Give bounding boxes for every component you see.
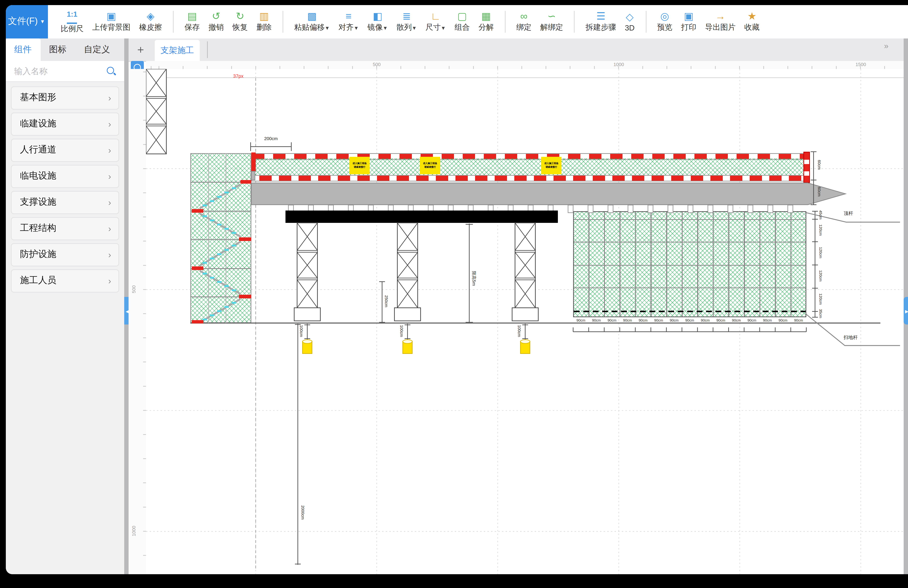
chevron-right-icon: › xyxy=(108,93,118,103)
toolbar-label: 3D xyxy=(625,23,635,32)
wall-chain-dim: 35cm xyxy=(819,303,823,325)
toolbar-ungroup-button[interactable]: ▦分解 xyxy=(478,10,494,33)
collapse-panel-handle[interactable]: ▶ xyxy=(904,297,908,325)
toolbar-export-image-button[interactable]: →导出图片 xyxy=(705,10,736,33)
sidebar-item-人行通道[interactable]: 人行通道› xyxy=(11,138,119,162)
chevron-down-icon: ▼ xyxy=(383,26,388,31)
sidebar-item-临建设施[interactable]: 临建设施› xyxy=(11,112,119,135)
toolbar-upload-background-button[interactable]: ▣上传背景图 xyxy=(92,10,130,33)
dim-60cm: 60cm xyxy=(817,181,821,202)
sidebar-tab-自定义[interactable]: 自定义 xyxy=(75,38,119,61)
ruler-number: 1000 xyxy=(131,520,136,542)
clearance-label: 限高5m xyxy=(470,268,477,289)
column-plinths xyxy=(294,308,538,321)
paste-offset-icon: ▩ xyxy=(307,10,317,22)
sidebar-tab-组件[interactable]: 组件 xyxy=(5,38,40,61)
toolbar-separator xyxy=(646,11,646,32)
toolbar-favorite-button[interactable]: ★收藏 xyxy=(744,10,760,33)
toolbar-label: 比例尺 xyxy=(61,24,84,34)
toolbar-label: 散列▼ xyxy=(396,22,417,33)
undo-icon: ↺ xyxy=(212,10,221,22)
save-icon: ▤ xyxy=(187,10,197,22)
bay-dim: 90cm xyxy=(651,318,667,322)
toolbar-mirror-button[interactable]: ◧镜像▼ xyxy=(367,10,388,33)
bay-dim: 90cm xyxy=(589,318,604,322)
canvas-zone: ＋ 支架施工 » 50010001500 5001000 进入施工现场请减速慢行… xyxy=(129,38,904,574)
tabbar-collapse-icon[interactable]: » xyxy=(884,41,889,50)
chevron-down-icon: ▼ xyxy=(354,26,359,31)
sidebar-item-支撑设施[interactable]: 支撑设施› xyxy=(11,191,119,214)
drawing-canvas[interactable]: 进入施工现场请减速慢行进入施工现场请减速慢行进入施工现场请减速慢行 xyxy=(146,69,904,574)
dim-100cm-lines xyxy=(304,324,528,340)
toolbar-save-button[interactable]: ▤保存 xyxy=(185,10,200,33)
ruler-horizontal[interactable]: 50010001500 xyxy=(146,61,904,70)
scatter-icon: ≣ xyxy=(402,10,411,22)
upload-background-icon: ▣ xyxy=(106,10,116,22)
bay-dim: 90cm xyxy=(744,318,760,322)
bay-dim: 90cm xyxy=(775,318,791,322)
add-tab-button[interactable]: ＋ xyxy=(135,42,146,56)
toolbar-three-d-button[interactable]: ◇3D xyxy=(625,11,635,32)
sidebar-item-防护设施[interactable]: 防护设施› xyxy=(11,243,119,266)
bay-dim: 90cm xyxy=(620,318,636,322)
bay-dim: 90cm xyxy=(791,318,806,322)
category-label: 施工人员 xyxy=(11,275,108,287)
toolbar-dimension-button[interactable]: ∟尺寸▼ xyxy=(425,10,446,33)
bay-dim: 90cm xyxy=(635,318,651,322)
toolbar-scatter-button[interactable]: ≣散列▼ xyxy=(396,10,417,33)
dim-2000cm: 2000cm xyxy=(301,500,305,525)
toolbar-label: 拆建步骤 xyxy=(586,22,616,33)
toolbar-bind-button[interactable]: ∞绑定 xyxy=(516,10,531,33)
sidebar-item-施工人员[interactable]: 施工人员› xyxy=(11,269,119,292)
align-icon: ≡ xyxy=(346,10,352,22)
sidebar: 组件图标自定义 输入名称 基本图形›临建设施›人行通道›临电设施›支撑设施›工程… xyxy=(5,38,124,574)
sidebar-item-基本图形[interactable]: 基本图形› xyxy=(11,86,119,109)
toolbar-group: 1:1比例尺▣上传背景图◈橡皮擦 xyxy=(56,9,166,34)
category-label: 临建设施 xyxy=(11,117,108,130)
category-label: 工程结构 xyxy=(11,222,108,235)
toolbar-label: 删除 xyxy=(256,22,272,33)
toolbar-build-steps-button[interactable]: ☰拆建步骤 xyxy=(586,10,616,33)
toolbar-separator xyxy=(173,11,174,32)
file-menu-label: 文件(F) xyxy=(8,15,38,28)
toolbar-separator xyxy=(574,11,575,32)
toolbar-label: 组合 xyxy=(454,22,470,33)
chevron-right-icon: › xyxy=(108,223,118,233)
file-menu-button[interactable]: 文件(F) ▼ xyxy=(5,5,48,38)
dim-200cm: 200cm xyxy=(251,136,291,141)
tab-document[interactable]: 支架施工 xyxy=(155,40,200,61)
lattice-column xyxy=(515,223,535,308)
dim-200cm-lines xyxy=(251,142,291,151)
toolbar-redo-button[interactable]: ↻恢复 xyxy=(232,10,248,33)
toolbar-align-button[interactable]: ≡对齐▼ xyxy=(338,10,359,33)
sidebar-tab-图标[interactable]: 图标 xyxy=(40,38,75,61)
toolbar-print-button[interactable]: ▣打印 xyxy=(681,10,696,33)
toolbar-delete-button[interactable]: ▥删除 xyxy=(256,10,272,33)
toolbar-label: 导出图片 xyxy=(705,22,736,33)
toolbar-group: ▤保存↺撤销↻恢复▥删除 xyxy=(180,10,276,33)
toolbar-undo-button[interactable]: ↺撤销 xyxy=(208,10,224,33)
toolbar-preview-button[interactable]: ◎预览 xyxy=(657,10,673,33)
toolbar-label: 对齐▼ xyxy=(338,22,359,33)
sidebar-item-工程结构[interactable]: 工程结构› xyxy=(11,217,119,240)
dim-60cm: 60cm xyxy=(817,154,821,176)
search-icon[interactable] xyxy=(105,65,117,77)
toolbar-group-button[interactable]: ▢组合 xyxy=(454,10,470,33)
stair-treads xyxy=(203,187,236,320)
toolbar-paste-offset-button[interactable]: ▩粘贴偏移▼ xyxy=(294,10,330,33)
bind-icon: ∞ xyxy=(520,10,528,22)
toolbar-eraser-button[interactable]: ◈橡皮擦 xyxy=(139,10,162,33)
bay-dim: 90cm xyxy=(604,318,620,322)
toolbar-unbind-button[interactable]: ∽解绑定 xyxy=(540,10,563,33)
sidebar-item-临电设施[interactable]: 临电设施› xyxy=(11,164,119,188)
toolbar-scale-ruler-button[interactable]: 1:1比例尺 xyxy=(61,9,84,34)
ruler-vertical[interactable]: 5001000 xyxy=(129,69,147,574)
toolbar-label: 上传背景图 xyxy=(92,22,130,33)
chevron-right-icon: › xyxy=(108,119,118,129)
ruler-number: 500 xyxy=(131,278,136,300)
lattice-column xyxy=(297,223,317,308)
wall-chain-dim: 120cm xyxy=(819,242,823,263)
search-input[interactable]: 输入名称 xyxy=(5,66,105,77)
group-icon: ▢ xyxy=(457,10,467,22)
yellow-cylinders xyxy=(303,340,530,353)
